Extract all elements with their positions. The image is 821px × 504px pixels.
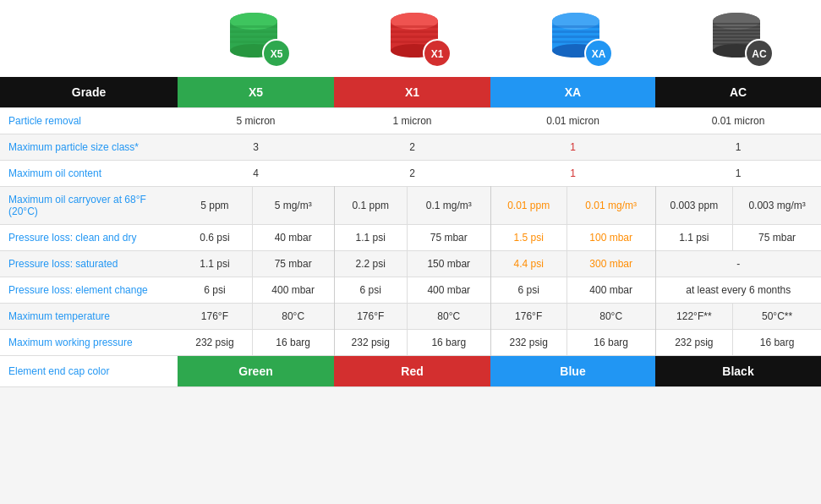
x1-max-particle: 2	[334, 134, 490, 161]
max-oil-carryover-label: Maximum oil carryover at 68°F (20°C)	[0, 187, 178, 225]
x5-pl-clean-psi: 0.6 psi	[178, 225, 252, 251]
ac-color-cell: Black	[655, 356, 821, 387]
pressure-loss-elem-label: Pressure loss: element change	[0, 277, 178, 304]
x5-max-particle: 3	[178, 134, 334, 161]
svg-rect-15	[391, 30, 438, 33]
ac-carryover-ppm: 0.003 ppm	[655, 187, 733, 225]
svg-text:AC: AC	[752, 48, 767, 60]
table-row: Maximum oil carryover at 68°F (20°C) 5 p…	[0, 187, 821, 225]
main-container: X5 X1	[0, 0, 821, 387]
x1-header: X1	[334, 77, 490, 108]
pressure-loss-sat-label: Pressure loss: saturated	[0, 251, 178, 277]
x1-pl-elem-mbar: 400 mbar	[408, 277, 491, 304]
x1-cap-icon: X1	[385, 4, 452, 68]
svg-rect-16	[391, 36, 438, 38]
table-row: Pressure loss: element change 6 psi 400 …	[0, 277, 821, 304]
ac-pl-clean-psi: 1.1 psi	[655, 225, 733, 251]
xa-carryover-ppm: 0.01 ppm	[490, 187, 566, 225]
x5-max-oil: 4	[178, 161, 334, 187]
x5-cap-icon: X5	[224, 4, 292, 68]
svg-rect-36	[713, 30, 760, 31]
x5-carryover-mg: 5 mg/m³	[252, 187, 334, 225]
product-image-header: X5 X1	[0, 0, 821, 77]
max-temp-label: Maximum temperature	[0, 304, 178, 330]
xa-temp-f: 176°F	[490, 304, 566, 330]
x5-pressure-psig: 232 psig	[178, 330, 252, 356]
x1-pl-sat-mbar: 150 mbar	[408, 251, 491, 277]
svg-rect-25	[552, 30, 599, 33]
table-header-row: Grade X5 X1 XA AC	[0, 77, 821, 108]
x5-temp-f: 176°F	[178, 304, 252, 330]
svg-rect-14	[391, 25, 438, 28]
x5-header: X5	[178, 77, 334, 108]
table-row: Maximum oil content 4 2 1 1	[0, 161, 821, 187]
end-cap-color-row: Element end cap color Green Red Blue Bla…	[0, 356, 821, 387]
ac-pressure-psig: 232 psig	[655, 330, 733, 356]
xa-temp-c: 80°C	[566, 304, 655, 330]
table-row: Maximum temperature 176°F 80°C 176°F 80°…	[0, 304, 821, 330]
xa-max-particle: 1	[490, 134, 655, 161]
x1-carryover-mg: 0.1 mg/m³	[408, 187, 491, 225]
x1-pl-elem-psi: 6 psi	[334, 277, 408, 304]
x1-temp-c: 80°C	[408, 304, 491, 330]
max-oil-content-label: Maximum oil content	[0, 161, 178, 187]
x5-carryover-ppm: 5 ppm	[178, 187, 252, 225]
ac-header: AC	[655, 77, 821, 108]
svg-rect-4	[230, 25, 277, 28]
x1-pressure-barg: 16 barg	[408, 330, 491, 356]
grade-header: Grade	[0, 77, 178, 108]
ac-particle-removal: 0.01 micron	[655, 108, 821, 134]
svg-rect-38	[713, 36, 760, 38]
svg-text:XA: XA	[591, 48, 605, 60]
x5-product-image: X5	[178, 4, 338, 77]
x5-pressure-barg: 16 barg	[252, 330, 334, 356]
svg-rect-34	[713, 23, 760, 25]
xa-particle-removal: 0.01 micron	[490, 108, 655, 134]
xa-carryover-mg: 0.01 mg/m³	[566, 187, 655, 225]
x1-carryover-ppm: 0.1 ppm	[334, 187, 408, 225]
max-working-pressure-label: Maximum working pressure	[0, 330, 178, 356]
xa-pl-sat-psi: 4.4 psi	[490, 251, 566, 277]
x5-pl-sat-psi: 1.1 psi	[178, 251, 252, 277]
xa-pl-elem-mbar: 400 mbar	[566, 277, 655, 304]
xa-product-image: XA	[500, 4, 660, 77]
ac-pressure-barg: 16 barg	[733, 330, 821, 356]
xa-cap-icon: XA	[546, 4, 614, 68]
grade-spacer	[0, 4, 178, 77]
particle-removal-label: Particle removal	[0, 108, 178, 134]
xa-color-cell: Blue	[490, 356, 655, 387]
xa-pl-elem-psi: 6 psi	[490, 277, 566, 304]
ac-max-oil: 1	[655, 161, 821, 187]
table-row: Pressure loss: saturated 1.1 psi 75 mbar…	[0, 251, 821, 277]
x5-color-cell: Green	[178, 356, 334, 387]
svg-text:X5: X5	[271, 48, 283, 60]
ac-max-particle: 1	[655, 134, 821, 161]
table-row: Maximum working pressure 232 psig 16 bar…	[0, 330, 821, 356]
xa-pressure-psig: 232 psig	[490, 330, 566, 356]
x5-pl-elem-mbar: 400 mbar	[252, 277, 334, 304]
svg-text:X1: X1	[431, 48, 444, 60]
pressure-loss-clean-label: Pressure loss: clean and dry	[0, 225, 178, 251]
table-row: Maximum particle size class* 3 2 1 1	[0, 134, 821, 161]
ac-product-image: AC	[660, 4, 821, 77]
xa-max-oil: 1	[490, 161, 655, 187]
x1-temp-f: 176°F	[334, 304, 408, 330]
x5-pl-sat-mbar: 75 mbar	[252, 251, 334, 277]
xa-pressure-barg: 16 barg	[566, 330, 655, 356]
x1-product-image: X1	[338, 4, 499, 77]
svg-rect-5	[230, 30, 277, 33]
x5-particle-removal: 5 micron	[178, 108, 334, 134]
xa-pl-clean-mbar: 100 mbar	[566, 225, 655, 251]
ac-pl-clean-mbar: 75 mbar	[733, 225, 821, 251]
comparison-table: Grade X5 X1 XA AC Particle removal 5 mic…	[0, 77, 821, 387]
x1-color-cell: Red	[334, 356, 490, 387]
x1-max-oil: 2	[334, 161, 490, 187]
svg-rect-24	[552, 25, 599, 28]
svg-rect-35	[713, 26, 760, 28]
ac-cap-icon: AC	[707, 4, 774, 68]
end-cap-color-label: Element end cap color	[0, 356, 178, 387]
x1-pl-clean-psi: 1.1 psi	[334, 225, 408, 251]
xa-pl-sat-mbar: 300 mbar	[566, 251, 655, 277]
svg-rect-26	[552, 36, 599, 38]
x5-pl-clean-mbar: 40 mbar	[252, 225, 334, 251]
